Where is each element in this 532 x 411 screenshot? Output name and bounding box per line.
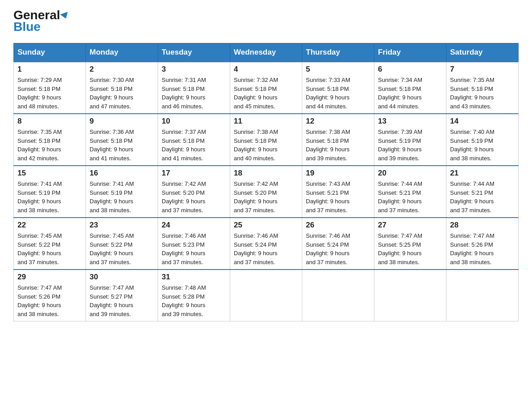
day-info: Sunrise: 7:42 AMSunset: 5:20 PMDaylight:… (234, 180, 298, 214)
day-info: Sunrise: 7:46 AMSunset: 5:23 PMDaylight:… (162, 231, 226, 266)
day-number: 2 (90, 65, 154, 74)
day-cell-22: 22Sunrise: 7:45 AMSunset: 5:22 PMDayligh… (14, 218, 86, 270)
day-info: Sunrise: 7:43 AMSunset: 5:21 PMDaylight:… (306, 180, 370, 214)
day-cell-15: 15Sunrise: 7:41 AMSunset: 5:19 PMDayligh… (14, 166, 86, 218)
day-number: 28 (450, 221, 515, 230)
day-number: 17 (162, 169, 226, 178)
header-wednesday: Wednesday (230, 43, 302, 62)
day-info: Sunrise: 7:37 AMSunset: 5:18 PMDaylight:… (162, 128, 226, 163)
day-cell-11: 11Sunrise: 7:38 AMSunset: 5:18 PMDayligh… (230, 114, 302, 166)
header-thursday: Thursday (302, 43, 374, 62)
header-tuesday: Tuesday (158, 43, 230, 62)
day-number: 27 (378, 221, 442, 230)
day-cell-20: 20Sunrise: 7:44 AMSunset: 5:21 PMDayligh… (374, 166, 446, 218)
day-number: 18 (234, 169, 298, 178)
empty-cell (374, 270, 446, 321)
day-number: 4 (234, 65, 298, 74)
day-cell-29: 29Sunrise: 7:47 AMSunset: 5:26 PMDayligh… (14, 270, 86, 321)
day-info: Sunrise: 7:29 AMSunset: 5:18 PMDaylight:… (17, 76, 82, 111)
day-number: 9 (90, 117, 154, 126)
day-cell-19: 19Sunrise: 7:43 AMSunset: 5:21 PMDayligh… (302, 166, 374, 218)
day-cell-28: 28Sunrise: 7:47 AMSunset: 5:26 PMDayligh… (446, 218, 519, 270)
day-number: 25 (234, 221, 298, 230)
week-row-4: 22Sunrise: 7:45 AMSunset: 5:22 PMDayligh… (14, 218, 519, 270)
day-info: Sunrise: 7:38 AMSunset: 5:18 PMDaylight:… (306, 128, 370, 163)
day-info: Sunrise: 7:36 AMSunset: 5:18 PMDaylight:… (90, 128, 154, 163)
day-number: 7 (450, 65, 515, 74)
day-cell-10: 10Sunrise: 7:37 AMSunset: 5:18 PMDayligh… (158, 114, 230, 166)
day-cell-18: 18Sunrise: 7:42 AMSunset: 5:20 PMDayligh… (230, 166, 302, 218)
day-number: 13 (378, 117, 442, 126)
day-info: Sunrise: 7:45 AMSunset: 5:22 PMDaylight:… (90, 231, 154, 266)
day-cell-14: 14Sunrise: 7:40 AMSunset: 5:19 PMDayligh… (446, 114, 519, 166)
day-info: Sunrise: 7:32 AMSunset: 5:18 PMDaylight:… (234, 76, 298, 111)
week-row-3: 15Sunrise: 7:41 AMSunset: 5:19 PMDayligh… (14, 166, 519, 218)
day-cell-23: 23Sunrise: 7:45 AMSunset: 5:22 PMDayligh… (86, 218, 158, 270)
day-info: Sunrise: 7:31 AMSunset: 5:18 PMDaylight:… (162, 76, 226, 111)
day-cell-4: 4Sunrise: 7:32 AMSunset: 5:18 PMDaylight… (230, 62, 302, 114)
day-number: 16 (90, 169, 154, 178)
day-cell-21: 21Sunrise: 7:44 AMSunset: 5:21 PMDayligh… (446, 166, 519, 218)
week-row-5: 29Sunrise: 7:47 AMSunset: 5:26 PMDayligh… (14, 270, 519, 321)
day-cell-5: 5Sunrise: 7:33 AMSunset: 5:18 PMDaylight… (302, 62, 374, 114)
day-info: Sunrise: 7:46 AMSunset: 5:24 PMDaylight:… (234, 231, 298, 266)
day-info: Sunrise: 7:46 AMSunset: 5:24 PMDaylight:… (306, 231, 370, 266)
day-info: Sunrise: 7:47 AMSunset: 5:25 PMDaylight:… (378, 231, 442, 266)
day-number: 19 (306, 169, 370, 178)
header-saturday: Saturday (446, 43, 519, 62)
day-info: Sunrise: 7:41 AMSunset: 5:19 PMDaylight:… (17, 180, 82, 214)
day-number: 3 (162, 65, 226, 74)
day-cell-12: 12Sunrise: 7:38 AMSunset: 5:18 PMDayligh… (302, 114, 374, 166)
day-info: Sunrise: 7:35 AMSunset: 5:18 PMDaylight:… (17, 128, 82, 163)
day-cell-3: 3Sunrise: 7:31 AMSunset: 5:18 PMDaylight… (158, 62, 230, 114)
page-header: General Blue (13, 9, 519, 34)
day-cell-2: 2Sunrise: 7:30 AMSunset: 5:18 PMDaylight… (86, 62, 158, 114)
day-cell-9: 9Sunrise: 7:36 AMSunset: 5:18 PMDaylight… (86, 114, 158, 166)
day-info: Sunrise: 7:30 AMSunset: 5:18 PMDaylight:… (90, 76, 154, 111)
day-cell-25: 25Sunrise: 7:46 AMSunset: 5:24 PMDayligh… (230, 218, 302, 270)
week-row-1: 1Sunrise: 7:29 AMSunset: 5:18 PMDaylight… (14, 62, 519, 114)
day-info: Sunrise: 7:38 AMSunset: 5:18 PMDaylight:… (234, 128, 298, 163)
day-info: Sunrise: 7:41 AMSunset: 5:19 PMDaylight:… (90, 180, 154, 214)
day-info: Sunrise: 7:34 AMSunset: 5:18 PMDaylight:… (378, 76, 442, 111)
logo-triangle-icon (60, 12, 70, 20)
day-info: Sunrise: 7:35 AMSunset: 5:18 PMDaylight:… (450, 76, 515, 111)
day-number: 26 (306, 221, 370, 230)
day-number: 6 (378, 65, 442, 74)
day-info: Sunrise: 7:44 AMSunset: 5:21 PMDaylight:… (450, 180, 515, 214)
days-of-week-row: SundayMondayTuesdayWednesdayThursdayFrid… (14, 43, 519, 62)
day-number: 11 (234, 117, 298, 126)
logo-blue-text: Blue (13, 20, 41, 34)
day-cell-6: 6Sunrise: 7:34 AMSunset: 5:18 PMDaylight… (374, 62, 446, 114)
day-number: 12 (306, 117, 370, 126)
day-number: 31 (162, 273, 226, 282)
day-cell-26: 26Sunrise: 7:46 AMSunset: 5:24 PMDayligh… (302, 218, 374, 270)
day-number: 23 (90, 221, 154, 230)
day-info: Sunrise: 7:39 AMSunset: 5:19 PMDaylight:… (378, 128, 442, 163)
day-cell-27: 27Sunrise: 7:47 AMSunset: 5:25 PMDayligh… (374, 218, 446, 270)
day-number: 20 (378, 169, 442, 178)
day-cell-7: 7Sunrise: 7:35 AMSunset: 5:18 PMDaylight… (446, 62, 519, 114)
day-number: 29 (17, 273, 82, 282)
empty-cell (302, 270, 374, 321)
day-number: 22 (17, 221, 82, 230)
day-number: 14 (450, 117, 515, 126)
day-number: 24 (162, 221, 226, 230)
week-row-2: 8Sunrise: 7:35 AMSunset: 5:18 PMDaylight… (14, 114, 519, 166)
day-info: Sunrise: 7:47 AMSunset: 5:27 PMDaylight:… (90, 283, 154, 318)
header-sunday: Sunday (14, 43, 86, 62)
day-cell-8: 8Sunrise: 7:35 AMSunset: 5:18 PMDaylight… (14, 114, 86, 166)
day-number: 10 (162, 117, 226, 126)
day-cell-24: 24Sunrise: 7:46 AMSunset: 5:23 PMDayligh… (158, 218, 230, 270)
day-info: Sunrise: 7:47 AMSunset: 5:26 PMDaylight:… (17, 283, 82, 318)
day-info: Sunrise: 7:33 AMSunset: 5:18 PMDaylight:… (306, 76, 370, 111)
day-info: Sunrise: 7:44 AMSunset: 5:21 PMDaylight:… (378, 180, 442, 214)
day-cell-13: 13Sunrise: 7:39 AMSunset: 5:19 PMDayligh… (374, 114, 446, 166)
day-info: Sunrise: 7:40 AMSunset: 5:19 PMDaylight:… (450, 128, 515, 163)
day-cell-16: 16Sunrise: 7:41 AMSunset: 5:19 PMDayligh… (86, 166, 158, 218)
calendar-header: SundayMondayTuesdayWednesdayThursdayFrid… (14, 43, 519, 62)
empty-cell (446, 270, 519, 321)
empty-cell (230, 270, 302, 321)
day-info: Sunrise: 7:45 AMSunset: 5:22 PMDaylight:… (17, 231, 82, 266)
day-cell-1: 1Sunrise: 7:29 AMSunset: 5:18 PMDaylight… (14, 62, 86, 114)
